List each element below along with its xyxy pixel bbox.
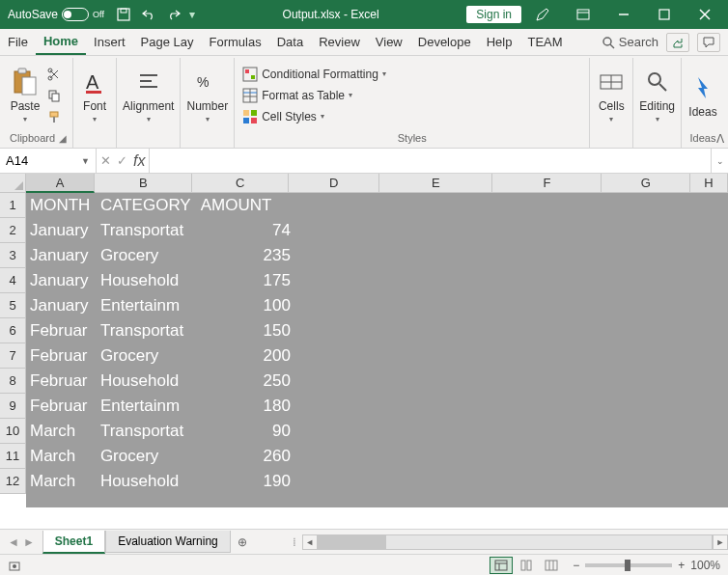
cell[interactable]: 100 [197, 293, 294, 318]
sheet-tab-active[interactable]: Sheet1 [42, 531, 105, 554]
cell[interactable]: January [26, 293, 97, 318]
cell[interactable]: Februar [26, 394, 97, 419]
editing-button[interactable]: Editing ▾ [639, 67, 675, 123]
minimize-icon[interactable] [604, 0, 643, 29]
cells-button[interactable]: Cells ▾ [596, 67, 627, 123]
font-button[interactable]: A Font ▾ [79, 67, 110, 123]
cell[interactable]: 190 [197, 469, 294, 494]
record-macro-icon[interactable] [8, 559, 21, 572]
undo-icon[interactable] [139, 5, 158, 24]
copy-icon[interactable] [44, 86, 64, 105]
cell[interactable]: January [26, 218, 97, 243]
cell[interactable]: Grocery [97, 343, 197, 369]
tab-insert[interactable]: Insert [86, 29, 133, 55]
tab-view[interactable]: View [368, 29, 410, 55]
cell[interactable]: Household [97, 369, 197, 394]
cell[interactable]: 180 [197, 394, 294, 419]
row-header[interactable]: 2 [0, 218, 26, 243]
format-painter-icon[interactable] [44, 107, 64, 126]
spreadsheet-grid[interactable]: ABCDEFGH 123456789101112 MONTHCATEGORYAM… [0, 174, 728, 529]
cell[interactable]: Februar [26, 318, 97, 343]
column-header[interactable]: F [492, 174, 602, 193]
column-header[interactable]: A [26, 174, 95, 193]
tab-home[interactable]: Home [36, 29, 86, 55]
clipboard-launcher-icon[interactable]: ◢ [59, 133, 67, 144]
cell[interactable]: Februar [26, 369, 97, 394]
sheet-next-icon[interactable]: ► [23, 535, 35, 549]
cell[interactable]: 90 [197, 419, 294, 444]
tab-developer[interactable]: Develope [410, 29, 479, 55]
page-break-view-icon[interactable] [540, 557, 563, 574]
cell[interactable]: 175 [197, 268, 294, 293]
cell[interactable]: January [26, 268, 97, 293]
cell[interactable]: Entertainm [97, 293, 197, 318]
cell[interactable]: MONTH [26, 193, 97, 218]
cell[interactable]: March [26, 469, 97, 494]
cell[interactable]: Entertainm [97, 394, 197, 419]
name-box[interactable]: A14 ▼ [0, 149, 97, 173]
tab-page-layout[interactable]: Page Lay [133, 29, 202, 55]
maximize-icon[interactable] [645, 0, 684, 29]
alignment-button[interactable]: Alignment ▾ [123, 67, 174, 123]
redo-icon[interactable] [164, 5, 183, 24]
tab-help[interactable]: Help [479, 29, 520, 55]
row-header[interactable]: 5 [0, 293, 26, 318]
row-header[interactable]: 9 [0, 394, 26, 419]
select-all-corner[interactable] [0, 174, 26, 193]
expand-formula-icon[interactable]: ⌄ [711, 149, 728, 173]
close-icon[interactable] [686, 0, 724, 29]
sheet-tab-other[interactable]: Evaluation Warning [105, 531, 231, 553]
row-header[interactable]: 12 [0, 469, 26, 494]
cell[interactable]: CATEGORY [97, 193, 197, 218]
cut-icon[interactable] [44, 65, 64, 84]
conditional-formatting-button[interactable]: Conditional Formatting▾ [240, 65, 388, 84]
column-header[interactable]: G [602, 174, 690, 193]
collapse-ribbon-icon[interactable]: ᐱ [716, 132, 724, 146]
zoom-level[interactable]: 100% [690, 559, 720, 572]
cell[interactable]: Februar [26, 343, 97, 369]
tab-data[interactable]: Data [269, 29, 311, 55]
zoom-out-icon[interactable]: − [573, 559, 579, 572]
cell[interactable]: Transportat [97, 419, 197, 444]
cell[interactable]: 150 [197, 318, 294, 343]
ribbon-options-icon[interactable] [564, 0, 602, 29]
page-layout-view-icon[interactable] [515, 557, 538, 574]
cell-styles-button[interactable]: Cell Styles▾ [240, 107, 388, 126]
cell[interactable]: Grocery [97, 243, 197, 268]
chevron-down-icon[interactable]: ▼ [81, 156, 90, 166]
cancel-formula-icon[interactable]: ✕ [100, 153, 111, 168]
column-header[interactable]: B [95, 174, 192, 193]
zoom-control[interactable]: − + 100% [573, 559, 720, 572]
row-header[interactable]: 8 [0, 369, 26, 394]
signin-button[interactable]: Sign in [466, 6, 521, 23]
comments-icon[interactable] [697, 33, 720, 52]
paste-button[interactable]: Paste ▾ [10, 67, 41, 123]
row-header[interactable]: 11 [0, 444, 26, 469]
cell[interactable]: Household [97, 268, 197, 293]
cell[interactable]: 200 [197, 343, 294, 369]
row-header[interactable]: 3 [0, 243, 26, 268]
draw-mode-icon[interactable] [523, 0, 562, 29]
zoom-slider[interactable] [585, 563, 672, 567]
tab-formulas[interactable]: Formulas [202, 29, 269, 55]
cell[interactable]: 74 [197, 218, 294, 243]
tab-team[interactable]: TEAM [519, 29, 570, 55]
column-header[interactable]: E [379, 174, 492, 193]
enter-formula-icon[interactable]: ✓ [117, 153, 127, 168]
tab-review[interactable]: Review [311, 29, 368, 55]
hscroll-track[interactable] [318, 534, 713, 550]
new-sheet-icon[interactable]: ⊕ [231, 535, 254, 549]
sheet-prev-icon[interactable]: ◄ [8, 535, 19, 549]
hscroll-thumb[interactable] [319, 535, 386, 549]
column-header[interactable]: D [289, 174, 380, 193]
formula-input[interactable] [150, 149, 711, 173]
cell[interactable]: 260 [197, 444, 294, 469]
hscroll-left-icon[interactable]: ◄ [302, 534, 318, 550]
normal-view-icon[interactable] [490, 557, 513, 574]
fx-icon[interactable]: fx [133, 152, 145, 170]
format-as-table-button[interactable]: Format as Table▾ [240, 86, 388, 105]
cell[interactable]: Household [97, 469, 197, 494]
row-header[interactable]: 7 [0, 343, 26, 369]
number-button[interactable]: % Number ▾ [186, 67, 228, 123]
cell[interactable]: March [26, 444, 97, 469]
